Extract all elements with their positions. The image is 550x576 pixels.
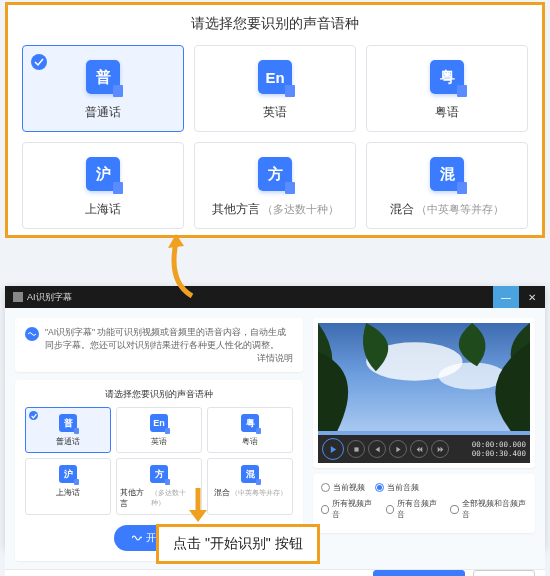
- video-preview-panel: 00:00:00.000 00:00:30.400: [313, 318, 535, 468]
- lang-label: 混合: [214, 487, 230, 498]
- app-logo-icon: [13, 292, 23, 302]
- mini-language-grid: 普 普通话 En 英语 粤 粤语 沪 上海话: [25, 407, 293, 515]
- window-title: AI识别字幕: [27, 291, 72, 304]
- lang-label: 英语: [151, 436, 167, 447]
- close-button[interactable]: ✕: [519, 286, 545, 308]
- lang-glyph-icon: 混: [430, 157, 464, 191]
- audio-source-options: 当前视频 当前音频 所有视频声音 所有音频声音 全部视频和音频声音: [313, 474, 535, 533]
- lang-box-title: 请选择您要识别的声音语种: [25, 388, 293, 401]
- mini-lang-mixed[interactable]: 混 混合（中英粤等并存）: [207, 458, 293, 515]
- lang-label: 粤语: [242, 436, 258, 447]
- lang-label: 上海话: [85, 201, 121, 218]
- language-grid: 普 普通话 En 英语 粤 粤语 沪 上海话 方 其他方言 （多达数十种） 混 …: [22, 45, 528, 229]
- app-window: AI识别字幕 — ✕ "AI识别字幕" 功能可识别视频或音频里的语音内容，自动生…: [5, 286, 545, 548]
- lang-glyph-icon: En: [150, 414, 168, 432]
- cancel-button[interactable]: 取消: [473, 570, 535, 576]
- lang-glyph-icon: 方: [150, 465, 168, 483]
- next-button[interactable]: [389, 440, 407, 458]
- check-icon: [29, 411, 38, 420]
- mini-lang-mandarin[interactable]: 普 普通话: [25, 407, 111, 453]
- play-button[interactable]: [322, 438, 344, 460]
- info-banner: "AI识别字幕" 功能可识别视频或音频里的语音内容，自动生成同步字幕。您还可以对…: [15, 318, 303, 372]
- svg-point-2: [438, 363, 505, 390]
- opt-all-video-audio[interactable]: 所有视频声音: [321, 498, 376, 520]
- lang-glyph-icon: 混: [241, 465, 259, 483]
- lang-glyph-icon: 粤: [241, 414, 259, 432]
- lang-label: 粤语: [435, 104, 459, 121]
- svg-rect-3: [354, 447, 358, 451]
- lang-glyph-icon: 沪: [86, 157, 120, 191]
- mini-lang-cantonese[interactable]: 粤 粤语: [207, 407, 293, 453]
- lang-card-dialect[interactable]: 方 其他方言 （多达数十种）: [194, 142, 356, 229]
- minimize-button[interactable]: —: [493, 286, 519, 308]
- callout-arrow-icon: [186, 488, 210, 524]
- callout-arrow-icon: [162, 232, 202, 298]
- lang-glyph-icon: 沪: [59, 465, 77, 483]
- opt-all-both[interactable]: 全部视频和音频声音: [450, 498, 527, 520]
- opt-current-audio[interactable]: 当前音频: [375, 482, 419, 493]
- info-detail-link[interactable]: 详情说明: [257, 352, 293, 365]
- lang-glyph-icon: En: [258, 60, 292, 94]
- lang-label: 普通话: [85, 104, 121, 121]
- video-thumbnail-icon: [318, 323, 530, 431]
- stop-button[interactable]: [347, 440, 365, 458]
- lang-glyph-icon: 粤: [430, 60, 464, 94]
- lang-card-english[interactable]: En 英语: [194, 45, 356, 132]
- forward-button[interactable]: [431, 440, 449, 458]
- prev-button[interactable]: [368, 440, 386, 458]
- lang-card-shanghai[interactable]: 沪 上海话: [22, 142, 184, 229]
- check-icon: [31, 54, 47, 70]
- lang-hint: （中英粤等并存）: [231, 488, 287, 498]
- lang-label: 其他方言: [120, 487, 150, 509]
- video-controls: 00:00:00.000 00:00:30.400: [318, 435, 530, 463]
- titlebar: AI识别字幕 — ✕: [5, 286, 545, 308]
- video-preview[interactable]: [318, 323, 530, 435]
- lang-card-cantonese[interactable]: 粤 粤语: [366, 45, 528, 132]
- mini-lang-english[interactable]: En 英语: [116, 407, 202, 453]
- apply-button[interactable]: 识别并应用: [373, 570, 465, 576]
- opt-current-video[interactable]: 当前视频: [321, 482, 365, 493]
- language-panel-enlarged: 请选择您要识别的声音语种 普 普通话 En 英语 粤 粤语 沪 上海话 方 其他…: [5, 2, 545, 238]
- info-text: "AI识别字幕" 功能可识别视频或音频里的语音内容，自动生成同步字幕。您还可以对…: [45, 326, 293, 364]
- opt-all-audio[interactable]: 所有音频声音: [386, 498, 441, 520]
- dialog-footer: 下次不再提示 识别并应用 取消: [5, 569, 545, 576]
- lang-glyph-icon: 方: [258, 157, 292, 191]
- lang-label: 英语: [263, 104, 287, 121]
- lang-card-mixed[interactable]: 混 混合 （中英粤等并存）: [366, 142, 528, 229]
- lang-hint: （中英粤等并存）: [416, 202, 504, 217]
- panel-title: 请选择您要识别的声音语种: [22, 15, 528, 33]
- mini-lang-shanghai[interactable]: 沪 上海话: [25, 458, 111, 515]
- lang-card-mandarin[interactable]: 普 普通话: [22, 45, 184, 132]
- lang-hint: （多达数十种）: [262, 202, 339, 217]
- rewind-button[interactable]: [410, 440, 428, 458]
- lang-label: 其他方言: [212, 201, 260, 218]
- lang-glyph-icon: 普: [86, 60, 120, 94]
- timecode-display: 00:00:00.000 00:00:30.400: [472, 440, 526, 458]
- lang-glyph-icon: 普: [59, 414, 77, 432]
- lang-label: 普通话: [56, 436, 80, 447]
- info-icon: [25, 327, 39, 341]
- instruction-callout: 点击 "开始识别" 按钮: [156, 524, 320, 564]
- wave-icon: [132, 533, 142, 543]
- lang-label: 上海话: [56, 487, 80, 498]
- lang-label: 混合: [390, 201, 414, 218]
